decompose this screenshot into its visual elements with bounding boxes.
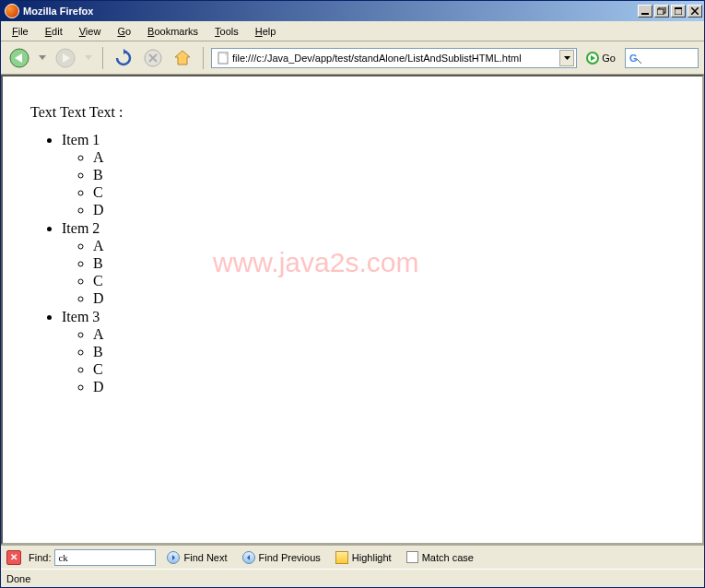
sublist-item: A [93, 149, 675, 166]
forward-dropdown[interactable] [82, 45, 95, 71]
find-next-icon [167, 551, 180, 564]
svg-marker-12 [85, 55, 92, 60]
menu-file[interactable]: File [5, 24, 36, 39]
svg-marker-23 [247, 555, 250, 560]
window-title: Mozilla Firefox [23, 6, 93, 17]
find-label-wrap: Find: [29, 549, 156, 566]
menu-tools[interactable]: Tools [207, 24, 246, 39]
browser-viewport[interactable]: Text Text Text : Item 1ABCDItem 2ABCDIte… [1, 75, 704, 545]
address-bar[interactable] [211, 48, 577, 68]
sublist-item: A [93, 238, 675, 254]
checkbox-icon [406, 551, 418, 563]
match-case-checkbox[interactable]: Match case [403, 550, 477, 564]
svg-marker-22 [172, 555, 175, 560]
find-prev-label: Find Previous [259, 552, 321, 563]
main-list: Item 1ABCDItem 2ABCDItem 3ABCD [30, 132, 675, 395]
svg-rect-4 [675, 7, 682, 9]
status-bar: Done [1, 569, 704, 587]
firefox-icon [5, 4, 19, 18]
search-engine-icon: G [629, 52, 642, 65]
svg-marker-9 [39, 55, 46, 60]
reload-button[interactable] [111, 45, 136, 71]
svg-rect-2 [657, 9, 664, 15]
back-button[interactable] [6, 45, 32, 71]
go-icon [586, 52, 599, 65]
sublist-item: D [93, 379, 675, 395]
restore-button[interactable] [654, 5, 669, 18]
sublist-item: C [93, 184, 675, 201]
menu-go[interactable]: Go [110, 24, 138, 39]
page-body: Text Text Text : Item 1ABCDItem 2ABCDIte… [3, 76, 702, 406]
forward-button[interactable] [53, 45, 78, 71]
sublist-item: C [93, 361, 675, 378]
address-dropdown[interactable] [559, 50, 574, 66]
list-item: Item 1ABCD [62, 132, 675, 218]
page-icon [217, 52, 229, 65]
sublist-item: B [93, 255, 675, 272]
svg-marker-17 [175, 51, 190, 65]
highlight-icon [335, 551, 348, 564]
menu-file-rest: ile [18, 26, 29, 37]
sublist-item: B [93, 344, 675, 360]
match-case-label: Match case [422, 552, 474, 563]
menubar: File Edit View Go Bookmarks Tools Help [1, 21, 704, 41]
find-bar: ✕ Find: Find Next Find Previous Highligh… [1, 545, 704, 569]
find-prev-icon [242, 551, 255, 564]
toolbar-divider [102, 47, 103, 69]
find-input[interactable] [54, 549, 156, 566]
go-button[interactable]: Go [581, 48, 621, 68]
sublist-item: C [93, 273, 675, 289]
list-item: Item 2ABCD [62, 220, 675, 307]
find-next-label: Find Next [183, 552, 227, 563]
highlight-button[interactable]: Highlight [332, 550, 395, 565]
menu-bookmarks[interactable]: Bookmarks [140, 24, 206, 39]
find-prev-button[interactable]: Find Previous [239, 550, 324, 565]
menu-edit[interactable]: Edit [38, 24, 70, 39]
sublist-item: A [93, 326, 675, 343]
home-button[interactable] [170, 45, 195, 71]
sublist-item: B [93, 167, 675, 183]
window-controls [638, 5, 702, 18]
menu-help[interactable]: Help [248, 24, 284, 39]
back-dropdown[interactable] [36, 45, 49, 71]
find-label: Find: [29, 552, 51, 563]
window-titlebar: Mozilla Firefox [1, 1, 704, 21]
sublist-item: D [93, 290, 675, 307]
svg-marker-20 [564, 56, 570, 60]
list-item: Item 3ABCD [62, 309, 675, 395]
search-box[interactable]: G [625, 48, 699, 68]
status-text: Done [6, 573, 30, 584]
navigation-toolbar: Go G [1, 41, 704, 75]
menu-view[interactable]: View [72, 24, 109, 39]
toolbar-divider-2 [203, 47, 204, 69]
sublist-item: D [93, 202, 675, 218]
intro-text: Text Text Text : [30, 104, 675, 121]
minimize-button[interactable] [638, 5, 652, 18]
svg-text:G: G [629, 53, 638, 64]
highlight-label: Highlight [352, 552, 392, 563]
find-next-button[interactable]: Find Next [163, 550, 230, 565]
go-label: Go [602, 53, 616, 64]
url-input[interactable] [232, 53, 559, 64]
findbar-close-button[interactable]: ✕ [6, 550, 21, 565]
svg-rect-0 [641, 13, 649, 15]
maximize-button[interactable] [671, 5, 686, 18]
close-button[interactable] [687, 5, 702, 18]
stop-button[interactable] [140, 45, 166, 71]
